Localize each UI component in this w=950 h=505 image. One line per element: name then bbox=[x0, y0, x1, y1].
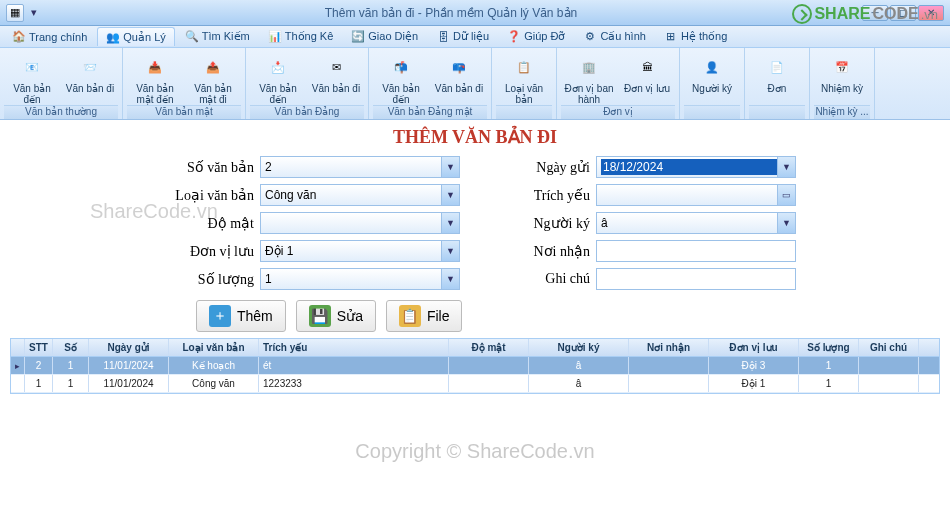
col-trich[interactable]: Trích yếu bbox=[259, 339, 449, 356]
col-nguoiky[interactable]: Người ký bbox=[529, 339, 629, 356]
ribbon-btn-3-0[interactable]: 📬Văn bản đến bbox=[373, 50, 429, 105]
data-grid[interactable]: STT Số Ngày gửi Loại văn bản Trích yếu Đ… bbox=[10, 338, 940, 394]
menu-icon: ⊞ bbox=[664, 30, 678, 44]
field-input-right-2[interactable]: â▼ bbox=[596, 212, 796, 234]
close-button[interactable]: ✕ bbox=[918, 5, 944, 21]
menu-label: Trang chính bbox=[29, 31, 87, 43]
dropdown-icon[interactable]: ▼ bbox=[441, 213, 459, 233]
ribbon-btn-3-1[interactable]: 📪Văn bản đi bbox=[431, 50, 487, 105]
ribbon-group-label: Văn bản Đảng mật bbox=[373, 105, 487, 119]
ribbon-group-label bbox=[684, 105, 740, 119]
field-input-left-1[interactable]: Công văn▼ bbox=[260, 184, 460, 206]
dropdown-icon[interactable]: ▼ bbox=[441, 185, 459, 205]
field-input-right-0[interactable]: 18/12/2024▼ bbox=[596, 156, 796, 178]
field-input-left-0[interactable]: 2▼ bbox=[260, 156, 460, 178]
page-title: THÊM VĂN BẢN ĐI bbox=[10, 126, 940, 148]
clipboard-icon: 📋 bbox=[399, 305, 421, 327]
maximize-button[interactable]: ◻ bbox=[890, 5, 916, 21]
ribbon-icon: 📄 bbox=[761, 52, 793, 82]
dropdown-icon[interactable]: ▼ bbox=[777, 157, 795, 177]
col-so[interactable]: Số bbox=[53, 339, 89, 356]
add-button[interactable]: ＋ Thêm bbox=[196, 300, 286, 332]
cell-ngay: 11/01/2024 bbox=[89, 375, 169, 392]
qat-button[interactable]: ▦ bbox=[6, 4, 24, 22]
col-sl[interactable]: Số lượng bbox=[799, 339, 859, 356]
ribbon-btn-6-0[interactable]: 👤Người ký bbox=[684, 50, 740, 105]
col-domat[interactable]: Độ mật bbox=[449, 339, 529, 356]
menu-icon: 👥 bbox=[106, 30, 120, 44]
ribbon-btn-2-1[interactable]: ✉Văn bản đi bbox=[308, 50, 364, 105]
minimize-button[interactable]: ─ bbox=[862, 5, 888, 21]
field-value: 18/12/2024 bbox=[601, 159, 791, 175]
field-input-right-3[interactable] bbox=[596, 240, 796, 262]
ribbon-label: Đơn vị ban hành bbox=[561, 83, 617, 105]
menu-tab-0[interactable]: 🏠Trang chính bbox=[4, 28, 95, 46]
col-ghichu[interactable]: Ghi chú bbox=[859, 339, 919, 356]
menu-icon: ⚙ bbox=[583, 30, 597, 44]
menu-tab-5[interactable]: 🗄Dữ liệu bbox=[428, 28, 497, 46]
menu-label: Cấu hình bbox=[600, 30, 646, 43]
field-input-left-3[interactable]: Đội 1▼ bbox=[260, 240, 460, 262]
field-input-right-1[interactable]: ▭ bbox=[596, 184, 796, 206]
menu-tab-3[interactable]: 📊Thống Kê bbox=[260, 28, 342, 46]
dropdown-icon[interactable]: ▼ bbox=[441, 241, 459, 261]
menu-tab-8[interactable]: ⊞Hệ thống bbox=[656, 28, 735, 46]
ribbon-group-7: 📄Đơn bbox=[745, 48, 810, 119]
ribbon-btn-8-0[interactable]: 📅Nhiệm kỳ bbox=[814, 50, 870, 105]
field-input-left-4[interactable]: 1▼ bbox=[260, 268, 460, 290]
file-button[interactable]: 📋 File bbox=[386, 300, 463, 332]
menu-icon: ❓ bbox=[507, 30, 521, 44]
menu-tab-7[interactable]: ⚙Cấu hình bbox=[575, 28, 654, 46]
ribbon-btn-0-1[interactable]: 📨Văn bản đi bbox=[62, 50, 118, 105]
ribbon-btn-2-0[interactable]: 📩Văn bản đến bbox=[250, 50, 306, 105]
field-value: 1 bbox=[265, 272, 455, 286]
ribbon-label: Loại văn bản bbox=[496, 83, 552, 105]
menu-icon: 🔍 bbox=[185, 30, 199, 44]
dropdown-icon[interactable]: ▼ bbox=[441, 269, 459, 289]
ribbon-icon: 📬 bbox=[385, 52, 417, 82]
ribbon-btn-1-1[interactable]: 📤Văn bản mật đi bbox=[185, 50, 241, 105]
ribbon-btn-4-0[interactable]: 📋Loại văn bản bbox=[496, 50, 552, 105]
table-row[interactable]: 1111/01/2024Công văn1223233âĐội 11 bbox=[11, 375, 939, 393]
dropdown-icon[interactable]: ▼ bbox=[777, 213, 795, 233]
cell-sl: 1 bbox=[799, 357, 859, 374]
menu-tab-2[interactable]: 🔍Tìm Kiếm bbox=[177, 28, 258, 46]
cell-noinhan bbox=[629, 375, 709, 392]
ribbon-label: Nhiệm kỳ bbox=[821, 83, 863, 94]
action-bar: ＋ Thêm 💾 Sửa 📋 File bbox=[196, 300, 940, 332]
col-stt[interactable]: STT bbox=[25, 339, 53, 356]
cell-domat bbox=[449, 357, 529, 374]
menu-tab-1[interactable]: 👥Quản Lý bbox=[97, 27, 174, 46]
field-input-left-2[interactable]: ▼ bbox=[260, 212, 460, 234]
qat-dropdown[interactable]: ▾ bbox=[28, 4, 40, 22]
ribbon-group-1: 📥Văn bản mật đến📤Văn bản mật điVăn bản m… bbox=[123, 48, 246, 119]
field-input-right-4[interactable] bbox=[596, 268, 796, 290]
ribbon-btn-1-0[interactable]: 📥Văn bản mật đến bbox=[127, 50, 183, 105]
ribbon-label: Đơn bbox=[768, 83, 787, 94]
field-value: â bbox=[601, 216, 791, 230]
ribbon-group-5: 🏢Đơn vị ban hành🏛Đơn vị lưuĐơn vị bbox=[557, 48, 680, 119]
field-value: Đội 1 bbox=[265, 244, 455, 258]
browse-icon[interactable]: ▭ bbox=[777, 185, 795, 205]
menu-tab-6[interactable]: ❓Giúp Đỡ bbox=[499, 28, 573, 46]
plus-icon: ＋ bbox=[209, 305, 231, 327]
edit-button[interactable]: 💾 Sửa bbox=[296, 300, 376, 332]
form-row-left-3: Đơn vị lưuĐội 1▼ bbox=[154, 240, 460, 262]
dropdown-icon[interactable]: ▼ bbox=[441, 157, 459, 177]
col-noinhan[interactable]: Nơi nhận bbox=[629, 339, 709, 356]
ribbon-btn-7-0[interactable]: 📄Đơn bbox=[749, 50, 805, 105]
form: Số văn bản2▼Loại văn bảnCông văn▼Độ mật▼… bbox=[10, 156, 940, 290]
table-row[interactable]: ▸2111/01/2024Kế hoạchétâĐội 31 bbox=[11, 357, 939, 375]
ribbon-btn-0-0[interactable]: 📧Văn bản đến bbox=[4, 50, 60, 105]
menu-tab-4[interactable]: 🔄Giao Diện bbox=[343, 28, 426, 46]
col-loai[interactable]: Loại văn bản bbox=[169, 339, 259, 356]
col-ngay[interactable]: Ngày gửi bbox=[89, 339, 169, 356]
ribbon-group-3: 📬Văn bản đến📪Văn bản điVăn bản Đảng mật bbox=[369, 48, 492, 119]
window-title: Thêm văn bản đi - Phần mềm Quản lý Văn b… bbox=[40, 6, 862, 20]
col-donvi[interactable]: Đơn vị lưu bbox=[709, 339, 799, 356]
ribbon-group-label bbox=[496, 105, 552, 119]
ribbon-btn-5-0[interactable]: 🏢Đơn vị ban hành bbox=[561, 50, 617, 105]
ribbon-btn-5-1[interactable]: 🏛Đơn vị lưu bbox=[619, 50, 675, 105]
ribbon-group-label: Văn bản Đảng bbox=[250, 105, 364, 119]
form-row-right-0: Ngày gửi18/12/2024▼ bbox=[490, 156, 796, 178]
